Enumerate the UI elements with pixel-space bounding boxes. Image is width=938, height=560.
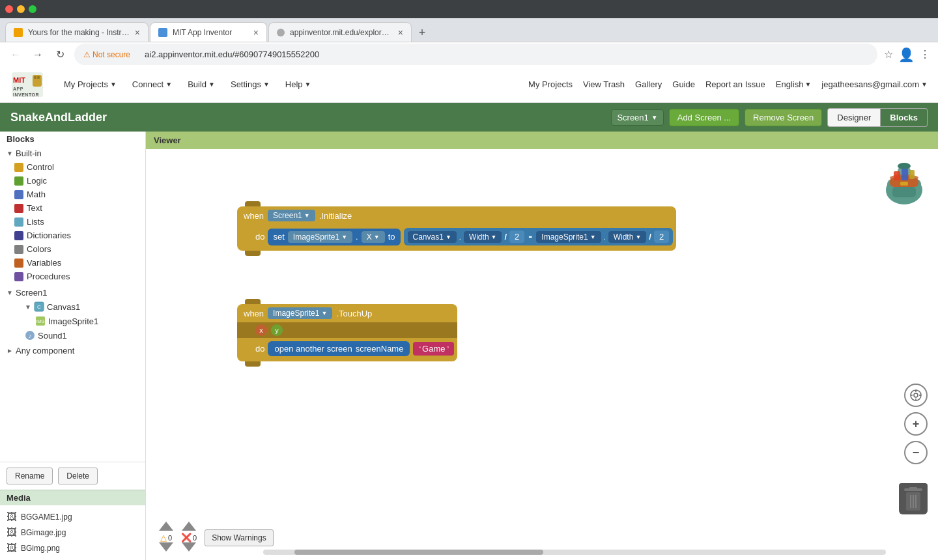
- error-circle-icon: ❌: [181, 533, 192, 542]
- error-down-btn[interactable]: [182, 542, 196, 553]
- mit-logo-icon: MIT APP INVENTOR: [10, 71, 44, 98]
- header-user-menu[interactable]: jegatheesans@gmail.com ▼: [821, 79, 928, 89]
- open-quote: “: [418, 345, 421, 353]
- dictionaries-node[interactable]: Dictionaries: [0, 229, 145, 242]
- screen1-tree-node[interactable]: ▼ Screen1: [0, 286, 145, 300]
- browser-tab-2[interactable]: MIT App Inventor ×: [150, 22, 267, 42]
- procedures-color: [14, 272, 23, 281]
- logic-node[interactable]: Logic: [0, 174, 145, 188]
- error-up-control[interactable]: ❌ 0: [181, 522, 197, 553]
- zoom-in-btn[interactable]: +: [904, 412, 928, 436]
- svg-rect-23: [909, 170, 915, 179]
- x-prop-pill[interactable]: X ▼: [362, 231, 385, 243]
- tab-1-close[interactable]: ×: [135, 27, 140, 38]
- browser-tab-1[interactable]: Yours for the making - Instructa... ×: [5, 22, 149, 42]
- imagesprite1-tree-node[interactable]: IMG ImageSprite1: [0, 314, 145, 328]
- blocks-btn[interactable]: Blocks: [881, 108, 928, 127]
- imagesprite1-set-pill[interactable]: ImageSprite1 ▼: [288, 231, 352, 243]
- header-report-issue[interactable]: Report an Issue: [705, 79, 765, 89]
- warning-up-btn[interactable]: [159, 522, 173, 533]
- variables-node[interactable]: Variables: [0, 256, 145, 270]
- refresh-btn[interactable]: ↻: [52, 48, 68, 61]
- imagesprite1-expr-pill[interactable]: ImageSprite1 ▼: [536, 231, 601, 243]
- colors-node[interactable]: Colors: [0, 242, 145, 256]
- screen1-initialize-block[interactable]: when Screen1 ▼ .Initialize do set ImageS…: [237, 201, 676, 256]
- target-btn[interactable]: [904, 384, 928, 407]
- h-scrollbar-thumb[interactable]: [294, 550, 543, 555]
- logic-color: [14, 176, 23, 186]
- rename-btn[interactable]: Rename: [7, 468, 53, 484]
- warning-down-btn[interactable]: [159, 542, 173, 553]
- profile-icon[interactable]: 👤: [898, 47, 915, 63]
- screen-selector[interactable]: Screen1 ▼: [611, 109, 663, 126]
- address-input[interactable]: [135, 46, 868, 63]
- minimize-window-btn[interactable]: [17, 5, 25, 13]
- header-my-projects[interactable]: My Projects: [528, 79, 573, 89]
- media-item-bggame1[interactable]: 🖼 BGGAME1.jpg: [0, 509, 145, 525]
- nav-settings[interactable]: Settings ▼: [224, 76, 276, 93]
- canvas1-tree-node[interactable]: ▼ C Canvas1: [0, 300, 145, 314]
- tab-3-favicon: [277, 29, 285, 36]
- maximize-window-btn[interactable]: [29, 5, 36, 13]
- show-warnings-btn[interactable]: Show Warnings: [205, 529, 274, 546]
- close-window-btn[interactable]: [5, 5, 13, 13]
- lists-node[interactable]: Lists: [0, 215, 145, 229]
- plus-icon: +: [913, 417, 920, 431]
- media-item-bgimage[interactable]: 🖼 BGimage.jpg: [0, 525, 145, 540]
- nav-connect[interactable]: Connect ▼: [126, 76, 178, 93]
- control-color: [14, 163, 23, 172]
- screen1-pill[interactable]: Screen1 ▼: [268, 210, 315, 221]
- nav-my-projects[interactable]: My Projects ▼: [57, 76, 123, 93]
- svg-text:MIT: MIT: [13, 76, 25, 84]
- remove-screen-btn[interactable]: Remove Screen: [745, 109, 822, 126]
- builtin-tree-node[interactable]: ▼ Built-in: [0, 147, 145, 160]
- delete-btn[interactable]: Delete: [58, 468, 98, 484]
- header-guide[interactable]: Guide: [672, 79, 695, 89]
- zoom-out-btn[interactable]: −: [904, 441, 928, 464]
- h-scrollbar[interactable]: [263, 550, 886, 555]
- back-btn[interactable]: ←: [8, 49, 23, 61]
- viewer-bottom-controls: △ 0: [159, 522, 274, 553]
- any-component-expand-icon: ►: [7, 347, 16, 354]
- screen1-label: Screen1: [16, 288, 47, 298]
- warning-up-control[interactable]: △ 0: [159, 522, 173, 553]
- text-node[interactable]: Text: [0, 201, 145, 215]
- backpack-icon[interactable]: [878, 154, 930, 208]
- when2-label: when: [244, 309, 264, 318]
- sound1-tree-node[interactable]: ♪ Sound1: [0, 328, 145, 343]
- more-icon[interactable]: ⋮: [920, 48, 930, 61]
- any-component-node[interactable]: ► Any component: [0, 344, 145, 357]
- browser-tab-3[interactable]: appinventor.mit.edu/explore/lib... ×: [268, 22, 412, 42]
- tab-3-close[interactable]: ×: [398, 27, 403, 38]
- game-label: Game: [422, 344, 445, 354]
- viewer-canvas[interactable]: when Screen1 ▼ .Initialize do set ImageS…: [146, 149, 938, 560]
- header-view-trash[interactable]: View Trash: [583, 79, 625, 89]
- header-gallery[interactable]: Gallery: [635, 79, 662, 89]
- tab-2-close[interactable]: ×: [253, 27, 259, 38]
- math-node[interactable]: Math: [0, 188, 145, 201]
- math-expr-block: Canvas1 ▼ . Width ▼ / 2 -: [404, 228, 674, 245]
- add-screen-btn[interactable]: Add Screen ...: [669, 109, 739, 126]
- canvas1-pill[interactable]: Canvas1 ▼: [408, 231, 457, 243]
- new-tab-btn[interactable]: +: [413, 23, 431, 42]
- bookmark-icon[interactable]: ☆: [884, 48, 893, 61]
- width2-pill[interactable]: Width ▼: [608, 231, 647, 243]
- block2-bottom-notch: [245, 361, 261, 367]
- canvas1-icon: C: [34, 301, 44, 312]
- media-item-bgimg[interactable]: 🖼 BGimg.png: [0, 540, 145, 556]
- svg-text:♪: ♪: [29, 333, 32, 339]
- nav-help[interactable]: Help ▼: [279, 76, 318, 93]
- procedures-label: Procedures: [27, 272, 70, 281]
- width1-pill[interactable]: Width ▼: [464, 231, 502, 243]
- procedures-node[interactable]: Procedures: [0, 270, 145, 283]
- error-up-btn[interactable]: [182, 522, 196, 533]
- designer-btn[interactable]: Designer: [827, 108, 881, 127]
- header-language[interactable]: English ▼: [776, 79, 812, 89]
- imagesprite-touchup-block[interactable]: when ImageSprite1 ▼ .TouchUp x y do: [237, 299, 457, 367]
- app-header: MIT APP INVENTOR My Projects ▼ Connect ▼…: [0, 66, 938, 103]
- trash-btn[interactable]: [899, 483, 928, 514]
- imagesprite-touchup-pill[interactable]: ImageSprite1 ▼: [268, 307, 332, 319]
- nav-build[interactable]: Build ▼: [181, 76, 221, 93]
- control-node[interactable]: Control: [0, 160, 145, 174]
- forward-btn[interactable]: →: [30, 49, 46, 61]
